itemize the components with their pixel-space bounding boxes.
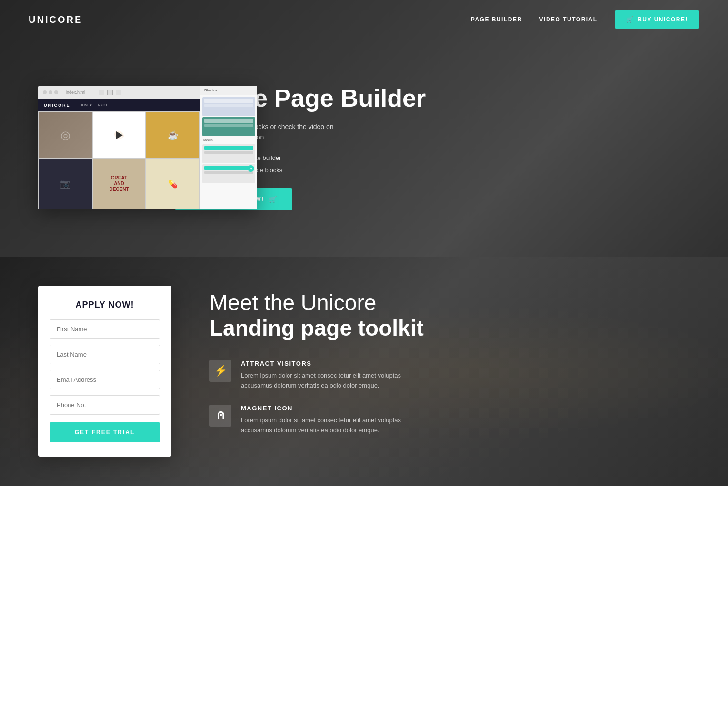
browser-grid-cell-6: 💊 — [146, 159, 199, 209]
last-name-input[interactable] — [50, 345, 160, 364]
block-item-3[interactable] — [202, 144, 255, 163]
browser-grid-cell-5: GREATANDDECENT — [93, 159, 146, 209]
meet-section-text: Meet the Unicore Landing page toolkit ⚡ … — [209, 286, 690, 450]
feature-attract-name: ATTRACT VISITORS — [241, 360, 412, 367]
cart-icon-hero: 🛒 — [269, 196, 278, 203]
apply-form-title: APPLY NOW! — [50, 300, 160, 310]
grid-icon-3: ☕ — [168, 130, 178, 140]
browser-url: index.html — [66, 90, 85, 95]
block-preview-bar-8 — [204, 171, 253, 174]
browser-icon-mobile[interactable] — [116, 90, 121, 95]
email-input[interactable] — [50, 370, 160, 389]
browser-grid-cell-2: 🎨 — [93, 112, 146, 158]
browser-grid-cell-1: ◎ — [39, 112, 92, 158]
grid-icon-4: 📷 — [60, 179, 70, 189]
browser-body: UNICORE HOME▾ ABOUT ◎ — [38, 99, 200, 209]
browser-inner-link-2: ABOUT — [98, 103, 109, 107]
browser-window-controls — [43, 90, 58, 94]
browser-mockup: index.html UNICORE HOME▾ — [38, 86, 257, 209]
browser-mockup-container: index.html UNICORE HOME▾ — [38, 86, 147, 209]
hero-section: UNICORE PAGE BUILDER VIDEO TUTORIAL 🛒 BU… — [0, 0, 728, 257]
browser-dot-3 — [54, 90, 58, 94]
close-icon[interactable]: × — [248, 165, 254, 172]
browser-titlebar: index.html — [38, 86, 200, 99]
feature-magnet: ⊍ MAGNET ICON Lorem ipsum dolor sit amet… — [209, 405, 690, 436]
lightning-icon: ⚡ — [209, 360, 231, 382]
block-preview-bar-5 — [204, 146, 253, 150]
block-preview-bar-6 — [204, 151, 253, 154]
feature-magnet-name: MAGNET ICON — [241, 405, 412, 412]
buy-unicore-nav-button[interactable]: 🛒 BUY UNICORE! — [615, 10, 699, 29]
media-label: Media — [202, 137, 255, 143]
phone-input[interactable] — [50, 395, 160, 415]
browser-inner-link-1: HOME▾ — [80, 103, 92, 107]
feature-attract-visitors: ⚡ ATTRACT VISITORS Lorem ipsum dolor sit… — [209, 360, 690, 391]
apply-form: APPLY NOW! GET FREE TRIAL — [38, 286, 171, 457]
block-item-1[interactable] — [202, 97, 255, 116]
page-builder-link[interactable]: PAGE BUILDER — [471, 16, 522, 23]
grid-icon-1: ◎ — [60, 129, 70, 142]
video-tutorial-link[interactable]: VIDEO TUTORIAL — [539, 16, 598, 23]
navbar-logo: UNICORE — [29, 14, 82, 25]
browser-left-panel: index.html UNICORE HOME▾ — [38, 86, 200, 209]
feature-magnet-info: MAGNET ICON Lorem ipsum dolor sit amet c… — [241, 405, 412, 436]
browser-inner-links: HOME▾ ABOUT — [80, 103, 109, 107]
block-item-2[interactable] — [202, 117, 255, 136]
feature-attract-info: ATTRACT VISITORS Lorem ipsum dolor sit a… — [241, 360, 412, 391]
navbar-links: PAGE BUILDER VIDEO TUTORIAL 🛒 BUY UNICOR… — [471, 10, 699, 29]
browser-dot-2 — [49, 90, 52, 94]
browser-dot-1 — [43, 90, 47, 94]
browser-right-panel: Blocks Media — [200, 86, 257, 209]
grid-icon-6: 💊 — [168, 179, 178, 189]
block-preview-bar-7 — [204, 166, 253, 170]
play-button[interactable] — [110, 126, 129, 145]
browser-image-grid: ◎ 🎨 ☕ — [38, 111, 200, 209]
section2-content: APPLY NOW! GET FREE TRIAL Meet the Unico… — [0, 257, 728, 486]
feature-attract-desc: Lorem ipsum dolor sit amet consec tetur … — [241, 371, 412, 391]
cart-icon: 🛒 — [626, 16, 634, 23]
browser-grid-cell-4: 📷 — [39, 159, 92, 209]
browser-icon-tablet[interactable] — [107, 90, 113, 95]
grid-text-5: GREATANDDECENT — [109, 175, 129, 192]
second-section: APPLY NOW! GET FREE TRIAL Meet the Unico… — [0, 257, 728, 486]
browser-grid-cell-3: ☕ — [146, 112, 199, 158]
browser-blocks-header: Blocks — [200, 86, 257, 95]
block-preview-bar-4 — [204, 124, 253, 127]
block-item-4[interactable]: × — [202, 164, 255, 183]
play-triangle-icon — [116, 131, 123, 139]
block-preview-bar-1 — [204, 99, 253, 103]
browser-inner-navbar: UNICORE HOME▾ ABOUT — [38, 99, 200, 111]
browser-view-icons — [99, 90, 121, 95]
feature-magnet-desc: Lorem ipsum dolor sit amet consec tetur … — [241, 416, 412, 436]
block-preview-bar-2 — [204, 104, 253, 107]
browser-icon-desktop[interactable] — [99, 90, 104, 95]
navbar: UNICORE PAGE BUILDER VIDEO TUTORIAL 🛒 BU… — [0, 0, 728, 39]
browser-inner-logo: UNICORE — [44, 103, 70, 108]
meet-title: Meet the Unicore Landing page toolkit — [209, 290, 690, 341]
get-free-trial-button[interactable]: GET FREE TRIAL — [50, 422, 160, 442]
browser-blocks-list: Media × — [200, 95, 257, 185]
first-name-input[interactable] — [50, 319, 160, 339]
magnet-icon: ⊍ — [209, 405, 231, 427]
block-preview-bar-3 — [204, 119, 253, 123]
